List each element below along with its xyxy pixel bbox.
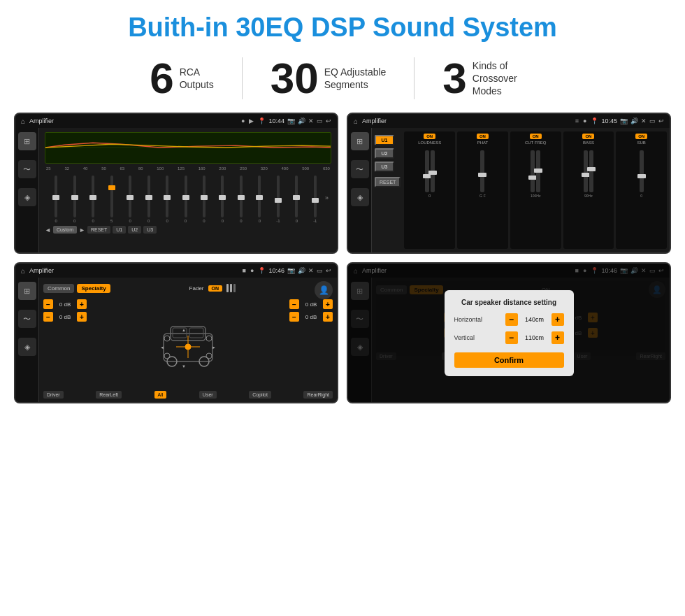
eq-slider-5[interactable]: 0 — [122, 176, 138, 223]
driver-btn[interactable]: Driver — [43, 391, 64, 399]
svg-point-12 — [164, 353, 170, 359]
loudness-panel: ON LOUDNESS 0 — [404, 131, 455, 249]
eq-u3-btn[interactable]: U3 — [143, 226, 157, 234]
freq-63: 63 — [120, 166, 125, 171]
dialog-title: Car speaker distance setting — [454, 299, 564, 306]
sidebar-wave-btn2[interactable]: 〜 — [351, 160, 369, 178]
eq-bottom-bar: ◄ Custom ► RESET U1 U2 U3 — [45, 226, 331, 234]
eq-slider-15[interactable]: -1 — [307, 176, 324, 223]
db-plus-br[interactable]: + — [323, 312, 333, 322]
loudness-slider-r[interactable] — [431, 150, 435, 192]
amp2-content: ⊞ 〜 ◈ U1 U2 U3 RESET ON LOUDNESS — [348, 128, 670, 252]
eq-reset-btn[interactable]: RESET — [87, 226, 110, 234]
bass-slider-r[interactable] — [589, 150, 593, 192]
user-btn[interactable]: User — [199, 391, 217, 399]
dialog-overlay: Car speaker distance setting Horizontal … — [348, 264, 670, 402]
eq-slider-4[interactable]: 5 — [103, 176, 120, 223]
status-bar-3: ⌂ Amplifier ■ ● 📍 10:46 📷 🔊 ✕ ▭ ↩ — [15, 264, 337, 278]
db-minus-tl[interactable]: − — [43, 299, 53, 309]
db-row-tl: − 0 dB + — [43, 299, 87, 309]
eq-u1-btn[interactable]: U1 — [113, 226, 126, 234]
screen-crossover: ⌂ Amplifier ■ ● 📍 10:46 📷 🔊 ✕ ▭ ↩ ⊞ 〜 ◈ — [14, 262, 338, 403]
freq-25: 25 — [46, 166, 51, 171]
back-icon-1: ↩ — [326, 117, 331, 124]
u2-channel-btn[interactable]: U2 — [375, 148, 394, 159]
fader-on-toggle[interactable]: ON — [208, 285, 223, 292]
dialog-horizontal-minus[interactable]: − — [505, 313, 518, 326]
db-plus-bl[interactable]: + — [77, 312, 87, 322]
eq-slider-6[interactable]: 0 — [140, 176, 157, 223]
sidebar-wave-btn3[interactable]: 〜 — [18, 310, 36, 328]
sidebar-eq-btn[interactable]: ⊞ — [18, 132, 36, 150]
stat-number-rca: 6 — [150, 57, 173, 100]
bass-slider-l[interactable] — [584, 150, 588, 192]
eq-slider-1[interactable]: 0 — [48, 176, 64, 223]
eq-u2-btn[interactable]: U2 — [128, 226, 141, 234]
eq-slider-14[interactable]: 0 — [288, 176, 305, 223]
cam-icon-2: 📷 — [620, 117, 628, 124]
eq-slider-7[interactable]: 0 — [159, 176, 175, 223]
sub-slider[interactable] — [640, 150, 644, 192]
db-row-br: − 0 dB + — [289, 312, 333, 322]
tab-common[interactable]: Common — [43, 284, 74, 293]
db-minus-tr[interactable]: − — [289, 299, 299, 309]
u1-channel-btn[interactable]: U1 — [375, 135, 394, 145]
rearleft-btn[interactable]: RearLeft — [96, 391, 122, 399]
cutfreq-slider-r[interactable] — [536, 150, 540, 192]
db-plus-tr[interactable]: + — [323, 299, 333, 309]
eq-slider-9[interactable]: 0 — [196, 176, 212, 223]
confirm-button[interactable]: Confirm — [454, 352, 564, 368]
stat-crossover: 3 Kinds ofCrossover Modes — [414, 57, 563, 100]
dialog-vertical-value: 110cm — [522, 334, 547, 341]
db-plus-tl[interactable]: + — [77, 299, 87, 309]
eq-slider-3[interactable]: 0 — [85, 176, 101, 223]
crossover-sidebar: ⊞ 〜 ◈ — [15, 278, 39, 402]
sidebar-vol-btn3[interactable]: ◈ — [18, 338, 36, 356]
eq-slider-2[interactable]: 0 — [66, 176, 82, 223]
freq-100: 100 — [157, 166, 164, 171]
x-icon-2: ✕ — [641, 117, 647, 124]
svg-point-11 — [206, 336, 212, 341]
app-name-1: Amplifier — [29, 117, 237, 124]
eq-prev-btn[interactable]: ◄ — [45, 227, 51, 234]
eq-slider-10[interactable]: 0 — [214, 176, 231, 223]
db-row-bl: − 0 dB + — [43, 312, 87, 322]
cutfreq-panel: ON CUT FREQ 100Hz — [510, 131, 561, 249]
eq-slider-8[interactable]: 0 — [177, 176, 194, 223]
dialog-vertical-minus[interactable]: − — [505, 331, 518, 344]
app-name-3: Amplifier — [29, 267, 238, 274]
dot-icon-3: ■ — [243, 267, 246, 274]
eq-graph — [45, 132, 331, 164]
sidebar-vol-btn[interactable]: ◈ — [18, 188, 36, 206]
dialog-screen-content: ⊞ 〜 ◈ Common Specialty ON 👤 − — [348, 278, 670, 402]
bass-panel: ON BASS 90Hz — [563, 131, 614, 249]
sidebar-eq-btn2[interactable]: ⊞ — [351, 132, 369, 150]
dialog-vertical-plus[interactable]: + — [551, 331, 564, 344]
eq-custom-btn[interactable]: Custom — [53, 226, 77, 234]
phat-slider[interactable] — [480, 150, 484, 192]
dialog-vertical-row: Vertical − 110cm + — [454, 331, 564, 344]
profile-btn[interactable]: 👤 — [315, 281, 333, 299]
svg-text:◄: ◄ — [160, 345, 164, 350]
db-minus-br[interactable]: − — [289, 312, 299, 322]
db-minus-bl[interactable]: − — [43, 312, 53, 322]
amp2-reset-btn[interactable]: RESET — [375, 177, 401, 187]
pin-icon-1: 📍 — [258, 117, 266, 124]
copilot-btn[interactable]: Copilot — [249, 391, 271, 399]
all-btn[interactable]: All — [154, 391, 167, 399]
eq-next-btn[interactable]: ► — [79, 227, 85, 234]
eq-slider-13[interactable]: -1 — [270, 176, 287, 223]
dialog-horizontal-plus[interactable]: + — [551, 313, 564, 326]
tab-specialty[interactable]: Specialty — [77, 284, 110, 293]
sidebar-wave-btn[interactable]: 〜 — [18, 160, 36, 178]
u3-channel-btn[interactable]: U3 — [375, 162, 394, 172]
stat-eq: 30 EQ AdjustableSegments — [243, 57, 414, 100]
fader-row: Fader ON — [189, 284, 236, 292]
eq-slider-11[interactable]: 0 — [233, 176, 250, 223]
rearright-btn[interactable]: RearRight — [303, 391, 333, 399]
sidebar-vol-btn2[interactable]: ◈ — [351, 188, 369, 206]
stat-rca: 6 RCAOutputs — [122, 57, 242, 100]
eq-slider-12[interactable]: 0 — [251, 176, 268, 223]
dialog-horizontal-row: Horizontal − 140cm + — [454, 313, 564, 326]
sidebar-eq-btn3[interactable]: ⊞ — [18, 282, 36, 300]
